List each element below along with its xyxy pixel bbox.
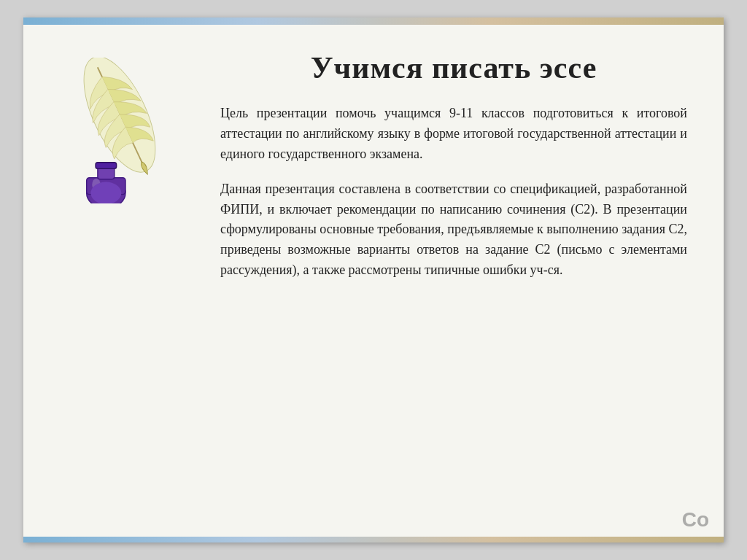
top-decorative-bar — [23, 18, 724, 25]
bottom-decorative-bar — [23, 537, 724, 542]
svg-point-7 — [90, 182, 121, 203]
content-area: Учимся писать эссе Цель презентации помо… — [60, 50, 687, 521]
text-content: Учимся писать эссе Цель презентации помо… — [220, 50, 687, 295]
paragraph-1: Цель презентации помочь учащимся 9-11 кл… — [220, 104, 687, 165]
paragraph-2: Данная презентация составлена в соответс… — [220, 179, 687, 281]
slide: Учимся писать эссе Цель презентации помо… — [23, 18, 724, 542]
svg-rect-5 — [96, 163, 117, 169]
watermark-text: Co — [682, 508, 709, 532]
slide-title: Учимся писать эссе — [220, 50, 687, 85]
feather-quill-icon — [60, 58, 191, 203]
illustration-area — [60, 58, 206, 206]
